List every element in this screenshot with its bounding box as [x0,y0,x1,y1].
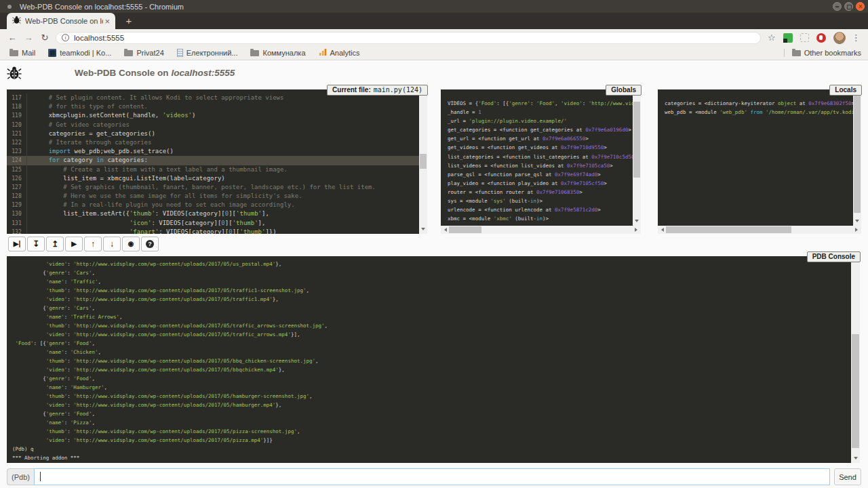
scroll-down-arrow-icon[interactable] [635,220,639,224]
forward-icon[interactable]: → [20,33,37,43]
send-button[interactable]: Send [834,468,861,485]
play-icon: ▶ [71,241,77,247]
locals-tag: Locals [829,85,862,96]
new-tab-button[interactable]: + [121,14,137,28]
console-line: 'video': 'http://www.vidsplay.com/wp-con… [12,365,851,374]
extension-icon-green[interactable] [783,33,793,43]
code-line: 126 list_item = xbmcgui.ListItem(label=c… [7,174,419,183]
down-button[interactable]: ↓ [103,237,121,251]
scroll-right-arrow-icon[interactable] [635,228,639,232]
help-icon: ? [146,240,154,248]
current-file-panel: Current file:main.py(124) 117 # Set plug… [7,89,427,234]
bookmark-item-mail[interactable]: Mail [9,49,35,57]
scroll-down-arrow-icon[interactable] [854,457,858,462]
console-line: 'name': 'Traffic Arrows', [12,312,851,321]
code-scrollbar-vertical[interactable] [419,89,427,234]
code-line: 122 # Iterate through categories [7,138,419,147]
location-pin-icon: ◉ [128,241,134,247]
profile-avatar[interactable] [833,32,846,44]
maximize-button[interactable] [844,2,853,11]
globals-line: _url = 'plugin://plugin.video.example/' [448,117,633,125]
code-line: 118 # for this type of content. [7,102,419,111]
next-icon: ▶| [14,241,21,247]
console-output: 'video': 'http://www.vidsplay.com/wp-con… [7,256,851,463]
pdb-console-tag: PDB Console [807,251,861,262]
globals-scrollbar-horizontal[interactable] [441,226,641,234]
help-button[interactable]: ? [141,237,159,251]
line-number: 122 [7,138,27,147]
console-line: 'video': 'http://www.vidsplay.com/wp-con… [12,260,851,268]
tab-close-icon[interactable]: × [103,17,111,26]
console-line: {'genre': 'Cars', [12,268,851,277]
scrollbar-thumb[interactable] [449,226,481,233]
return-button[interactable]: ↥ [46,237,64,251]
code-line: 123 import web_pdb;web_pdb.set_trace() [7,147,419,156]
scrollbar-thumb[interactable] [852,334,859,448]
locals-line: categories = <dictionary-keyiterator obj… [665,99,853,108]
browser-menu-icon[interactable]: ⋮ [852,33,861,43]
bookmark-item-kommunalka[interactable]: Коммуналка [250,49,305,57]
reload-icon[interactable]: ↻ [37,33,53,43]
window-title: Web-PDB Console on localhost:5555 - Chro… [20,3,184,11]
up-button[interactable]: ↑ [84,237,102,251]
globals-line: _handle = 1 [448,108,633,117]
extension-icon-dashed[interactable] [800,33,809,42]
bookmark-item-analytics[interactable]: Analytics [319,47,360,59]
console-line: 'video': 'http://www.vidsplay.com/wp-con… [12,330,851,339]
console-line: 'name': 'Hamburger', [12,383,851,392]
other-bookmarks-button[interactable]: Other bookmarks [792,49,861,57]
debug-toolbar: ▶| ↧ ↥ ▶ ↑ ↓ ◉ ? [8,237,160,251]
minimize-button[interactable] [833,2,842,11]
globals-line: urlencode = <function urlencode at 0x7f9… [448,205,633,214]
line-number: 132 [7,228,27,234]
scroll-down-arrow-icon[interactable] [855,220,859,224]
next-button[interactable]: ▶| [8,237,26,251]
folder-icon [9,50,18,56]
scroll-right-arrow-icon[interactable] [855,228,860,232]
bookmark-star-icon[interactable]: ☆ [768,33,776,43]
folder-icon [124,50,133,56]
site-info-icon[interactable]: i [62,34,69,41]
bookmarks-divider [784,49,785,57]
globals-line: get_categories = <function get_categorie… [448,125,633,134]
scroll-left-arrow-icon[interactable] [659,228,664,232]
scroll-left-arrow-icon[interactable] [442,228,447,232]
code-line: 130 list_item.setArt({'thumb': VIDEOS[ca… [7,209,419,218]
bookmark-item-teamkodi[interactable]: teamkodi | Ko... [48,49,111,57]
globals-scrollbar-vertical[interactable] [633,89,641,226]
globals-line: list_videos = <function list_videos at 0… [448,161,633,170]
console-scrollbar-vertical[interactable] [851,256,860,463]
globals-tag: Globals [606,85,642,96]
browser-tab[interactable]: Web-PDB Console on loca × [7,13,115,29]
url-bar[interactable]: i localhost:5555 [56,32,761,44]
console-line: 'name': 'Pizza', [12,418,851,427]
close-button[interactable] [856,2,865,11]
line-number: 124 [7,156,27,165]
line-number: 119 [7,111,27,120]
where-button[interactable]: ◉ [122,237,140,251]
step-button[interactable]: ↧ [27,237,45,251]
globals-line: get_url = <function get_url at 0x7f9e6a0… [448,134,633,143]
code-line: 121 categories = get_categories() [7,129,419,138]
tab-favicon-bug-icon [12,15,21,27]
scrollbar-thumb[interactable] [666,226,791,233]
extension-icon-red-hand[interactable] [816,33,826,43]
locals-line: web_pdb = <module 'web_pdb' from '/home/… [665,108,853,117]
bookmark-item-electronic[interactable]: Електронний... [177,49,238,57]
pdb-console-panel: PDB Console 'video': 'http://www.vidspla… [7,256,860,463]
arrow-up-icon: ↑ [91,240,95,248]
pdb-command-input[interactable] [34,468,830,485]
locals-scrollbar-horizontal[interactable] [658,226,861,234]
step-into-icon: ↧ [33,240,39,248]
locals-scrollbar-vertical[interactable] [853,89,861,226]
scrollbar-thumb[interactable] [420,154,427,169]
scrollbar-thumb[interactable] [854,91,861,213]
scrollbar-thumb[interactable] [633,102,640,178]
scroll-down-arrow-icon[interactable] [421,228,425,232]
continue-button[interactable]: ▶ [65,237,83,251]
bookmark-item-privat24[interactable]: Privat24 [124,49,163,57]
back-icon[interactable]: ← [4,33,20,43]
globals-line: VIDEOS = {'Food': [{'genre': 'Food', 'vi… [448,99,633,108]
text-caret [40,472,41,481]
folder-icon [792,50,801,56]
